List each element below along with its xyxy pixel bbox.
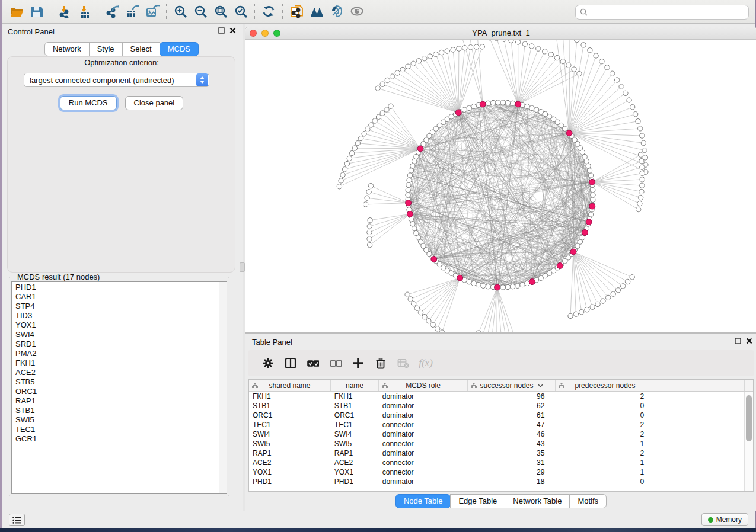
search-box[interactable] — [575, 5, 749, 20]
column-header-shared-name[interactable]: shared name — [249, 380, 331, 391]
mcds-result-list[interactable]: PHD1CAR1STP4TID3YOX1SWI4SRD1PMA2FKH1ACE2… — [11, 281, 227, 494]
float-table-panel-icon[interactable] — [735, 338, 741, 344]
tab-style[interactable]: Style — [89, 42, 123, 56]
search-input[interactable] — [591, 7, 748, 17]
table-row[interactable]: SWI4SWI4dominator462 — [249, 430, 744, 439]
delete-column-trash-icon[interactable] — [369, 351, 392, 375]
run-mcds-button[interactable]: Run MCDS — [60, 96, 117, 110]
application-window: Control Panel NetworkStyleSelectMCDS Opt… — [2, 0, 755, 528]
table-cell: TEC1 — [331, 420, 379, 430]
tab-mcds[interactable]: MCDS — [160, 42, 199, 56]
control-panel-tabs: NetworkStyleSelectMCDS — [2, 42, 241, 56]
result-node-item[interactable]: STP4 — [15, 302, 218, 311]
search-binoculars-icon[interactable] — [307, 1, 327, 23]
window-minimize-traffic-light[interactable] — [261, 30, 269, 37]
tab-edge-table[interactable]: Edge Table — [450, 494, 505, 508]
result-node-item[interactable]: ACE2 — [15, 368, 218, 377]
result-node-item[interactable]: GCR1 — [15, 434, 218, 444]
task-history-button[interactable] — [9, 514, 25, 526]
node-table-header: shared namenameMCDS rolesuccessor nodesp… — [249, 380, 753, 392]
window-zoom-traffic-light[interactable] — [273, 30, 280, 37]
result-list-scrollbar[interactable] — [219, 282, 227, 493]
export-network-icon[interactable] — [102, 1, 122, 23]
table-cell: connector — [379, 467, 468, 477]
result-node-item[interactable]: TEC1 — [15, 425, 218, 434]
zoom-in-icon[interactable] — [170, 1, 190, 23]
select-all-checkboxes-icon[interactable] — [302, 351, 324, 375]
tab-select[interactable]: Select — [122, 42, 160, 56]
open-file-icon[interactable] — [6, 1, 26, 23]
table-row[interactable]: ORC1ORC1dominator610 — [249, 411, 744, 420]
table-cell: 43 — [468, 439, 556, 448]
result-node-item[interactable]: ORC1 — [15, 387, 218, 396]
add-column-plus-icon[interactable] — [347, 351, 369, 375]
network-graph[interactable] — [245, 40, 756, 332]
result-node-item[interactable]: CAR1 — [15, 292, 218, 302]
table-scrollbar[interactable] — [744, 392, 753, 491]
result-node-item[interactable]: TID3 — [15, 311, 218, 321]
network-window-titlebar[interactable]: YPA_prune.txt_1 — [245, 27, 756, 40]
column-selector-icon[interactable] — [279, 351, 302, 375]
tab-network-table[interactable]: Network Table — [505, 494, 570, 508]
table-row[interactable]: ACE2ACE2connector311 — [249, 458, 744, 467]
birdseye-eye-icon[interactable] — [347, 1, 367, 23]
deselect-all-checkboxes-icon[interactable] — [324, 351, 347, 375]
visual-style-icon[interactable] — [327, 1, 347, 23]
result-node-item[interactable]: PHD1 — [15, 283, 218, 292]
result-node-item[interactable]: SRD1 — [15, 339, 218, 349]
close-table-panel-icon[interactable] — [746, 338, 752, 344]
table-cell: RAP1 — [249, 448, 331, 458]
result-node-item[interactable]: RAP1 — [15, 396, 218, 406]
zoom-out-icon[interactable] — [190, 1, 210, 23]
table-scrollbar-thumb[interactable] — [746, 395, 752, 441]
table-cell: 47 — [468, 420, 556, 430]
zoom-fit-icon[interactable] — [210, 1, 231, 23]
column-header-name[interactable]: name — [331, 380, 379, 391]
table-cell: PHD1 — [331, 477, 379, 486]
float-panel-icon[interactable] — [218, 27, 225, 34]
export-table-icon[interactable] — [122, 1, 142, 23]
function-builder-icon[interactable]: f(x) — [414, 351, 437, 375]
result-node-item[interactable]: FKH1 — [15, 358, 218, 368]
column-header-MCDS-role[interactable]: MCDS role — [379, 380, 468, 391]
network-canvas[interactable] — [245, 40, 756, 332]
import-table-icon[interactable] — [74, 1, 94, 23]
window-close-traffic-light[interactable] — [250, 30, 257, 37]
zoom-selected-icon[interactable] — [231, 1, 251, 23]
table-row[interactable]: STB1STB1dominator620 — [249, 401, 744, 411]
vertical-splitter-handle[interactable] — [240, 262, 245, 272]
result-node-item[interactable]: SWI4 — [15, 330, 218, 339]
result-node-item[interactable]: PMA2 — [15, 349, 218, 358]
tab-node-table[interactable]: Node Table — [395, 494, 451, 508]
memory-button[interactable]: Memory — [701, 513, 748, 526]
close-panel-icon[interactable] — [229, 27, 236, 34]
table-cell: ACE2 — [249, 458, 331, 467]
delete-table-icon[interactable] — [392, 351, 414, 375]
column-header-successor-nodes[interactable]: successor nodes — [468, 380, 556, 391]
table-row[interactable]: SWI5SWI5connector431 — [249, 439, 744, 448]
table-row[interactable]: RAP1RAP1dominator352 — [249, 448, 744, 458]
table-row[interactable]: PHD1PHD1dominator180 — [249, 477, 744, 486]
result-node-item[interactable]: STB5 — [15, 377, 218, 387]
table-row[interactable]: YOX1YOX1connector291 — [249, 467, 744, 477]
table-row[interactable]: FKH1FKH1dominator962 — [249, 392, 744, 401]
save-session-icon[interactable] — [26, 1, 46, 23]
result-node-item[interactable]: YOX1 — [15, 321, 218, 330]
refresh-icon[interactable] — [259, 1, 279, 23]
close-panel-button[interactable]: Close panel — [125, 96, 184, 110]
optimization-criterion-select[interactable]: largest connected component (undirected) — [24, 73, 209, 87]
clone-network-icon[interactable] — [286, 1, 307, 23]
tab-network[interactable]: Network — [44, 42, 90, 56]
result-node-item[interactable]: STB1 — [15, 406, 218, 415]
table-cell: 35 — [468, 448, 556, 458]
table-cell: 31 — [468, 458, 556, 467]
table-settings-gear-icon[interactable] — [257, 351, 279, 375]
import-network-icon[interactable] — [54, 1, 74, 23]
table-row[interactable]: TEC1TEC1connector472 — [249, 420, 744, 430]
tab-motifs[interactable]: Motifs — [569, 494, 607, 508]
result-node-item[interactable]: SWI5 — [15, 415, 218, 425]
column-header-predecessor-nodes[interactable]: predecessor nodes — [556, 380, 655, 391]
export-image-icon[interactable] — [142, 1, 162, 23]
table-cell: 62 — [468, 401, 556, 411]
column-header-empty[interactable] — [655, 380, 745, 391]
